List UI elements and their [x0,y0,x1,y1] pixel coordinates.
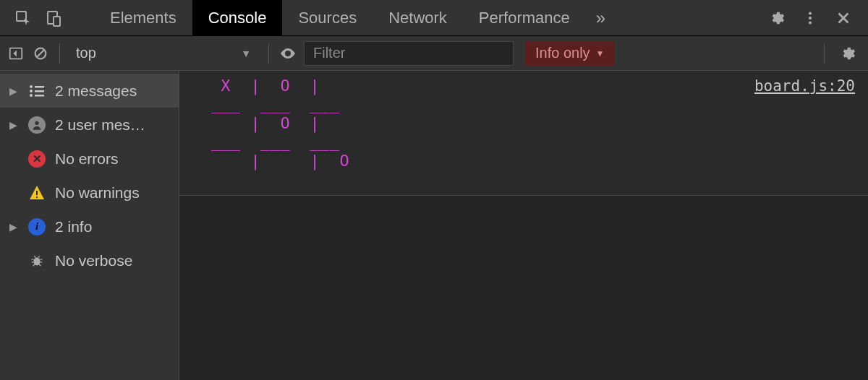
close-devtools-icon[interactable] [835,9,852,27]
message-source-link[interactable]: board.js:20 [754,77,855,95]
kebab-menu-icon[interactable] [801,9,819,27]
sidebar-item-label: 2 messages [55,82,137,100]
svg-point-15 [35,121,38,124]
error-icon: ✕ [27,150,46,168]
expand-arrow-icon: ▶ [7,119,19,131]
svg-rect-12 [35,90,44,92]
sidebar-row-verbose[interactable]: ▶ No verbose [0,243,179,277]
devtools-tab-bar: Elements Console Sources Network Perform… [0,0,868,36]
expand-arrow-icon: ▶ [7,221,19,233]
toolbar-divider [59,43,60,64]
sidebar-item-label: 2 info [55,218,92,236]
console-message-text: X | O | ___ ___ ___ | O | ___ ___ ___ | … [201,77,359,189]
list-icon [27,82,46,100]
sidebar-row-warnings[interactable]: ▶ No warnings [0,176,179,210]
tab-console[interactable]: Console [192,0,283,35]
svg-rect-16 [36,191,38,195]
tab-performance[interactable]: Performance [463,0,586,35]
tab-bar-left-icons [0,0,77,35]
sidebar-row-messages[interactable]: ▶ 2 messages [0,74,179,108]
svg-point-4 [809,16,812,19]
svg-rect-2 [54,17,60,26]
svg-point-13 [30,94,33,97]
chevron-down-icon: ▼ [241,48,251,59]
sidebar-item-label: No verbose [55,252,132,269]
svg-point-11 [30,90,33,92]
context-label: top [76,45,96,61]
toolbar-divider [824,43,825,64]
sidebar-item-label: No errors [55,150,119,168]
toolbar-divider [268,43,269,64]
sidebar-row-errors[interactable]: ▶ ✕ No errors [0,142,179,176]
info-icon: i [27,217,46,236]
toggle-sidebar-icon[interactable] [7,45,25,62]
context-selector[interactable]: top ▼ [70,45,258,61]
sidebar-item-label: No warnings [55,184,140,202]
svg-rect-10 [35,86,44,88]
tab-elements[interactable]: Elements [94,0,192,35]
device-toolbar-icon[interactable] [45,9,62,27]
log-level-filter[interactable]: Info only ▼ [525,41,615,66]
svg-rect-17 [36,197,38,198]
svg-point-3 [809,12,812,14]
console-message: X | O | ___ ___ ___ | O | ___ ___ ___ | … [179,71,868,196]
settings-gear-icon[interactable] [768,9,786,27]
svg-point-5 [809,21,812,24]
chevron-down-icon: ▼ [596,48,605,59]
log-level-label: Info only [535,45,590,61]
tab-network[interactable]: Network [373,0,463,35]
tab-sources[interactable]: Sources [282,0,373,35]
svg-point-8 [286,52,289,55]
warning-icon [27,183,46,202]
expand-arrow-icon: ▶ [7,85,19,97]
tab-bar-right-icons [752,9,868,27]
sidebar-item-label: 2 user mes… [55,116,145,134]
console-sidebar: ▶ 2 messages ▶ 2 user mes… [0,71,179,380]
svg-rect-14 [35,95,44,97]
eye-icon[interactable] [279,45,297,62]
clear-console-icon[interactable] [32,45,49,62]
tab-list: Elements Console Sources Network Perform… [94,0,616,35]
tabs-overflow-icon[interactable]: » [586,0,616,35]
sidebar-row-user-messages[interactable]: ▶ 2 user mes… [0,108,179,142]
console-settings-gear-icon[interactable] [839,45,856,62]
svg-point-9 [30,85,33,88]
sidebar-row-info[interactable]: ▶ i 2 info [0,210,179,243]
bug-icon [27,251,46,270]
inspect-element-icon[interactable] [14,9,32,27]
toolbar-right [821,43,861,64]
user-icon [27,116,46,134]
filter-input[interactable] [304,41,514,66]
console-content: X | O | ___ ___ ___ | O | ___ ___ ___ | … [179,71,868,380]
console-main: ▶ 2 messages ▶ 2 user mes… [0,71,868,380]
console-toolbar: top ▼ Info only ▼ [0,36,868,71]
